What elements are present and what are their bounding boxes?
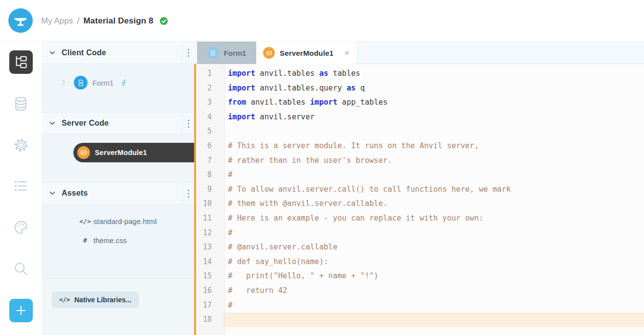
anvil-logo[interactable] [8, 8, 33, 33]
line-number: 6 [194, 139, 224, 154]
nav-bottom-area: </> Native Libraries... [42, 278, 194, 335]
code-line-text[interactable]: # [224, 168, 644, 182]
list-icon [13, 178, 29, 195]
code-line-text[interactable]: # To allow anvil.server.call() to call f… [224, 182, 644, 197]
gear-icon [13, 137, 29, 154]
client-code-items: Form1 [42, 73, 194, 112]
server-code-title: Server Code [62, 119, 109, 128]
kebab-icon [187, 119, 190, 129]
server-module-icon [77, 146, 90, 159]
editor-line: 10# them with @anvil.server.callable. [194, 197, 644, 211]
nav-item-standard-page[interactable]: </> standard-page.html [42, 212, 194, 231]
code-line-text[interactable]: import anvil.server [224, 110, 644, 125]
editor-line: 14# def say_hello(name): [194, 255, 644, 269]
code-line-text[interactable]: # return 42 [224, 284, 644, 298]
logs-button[interactable] [13, 178, 29, 195]
server-code-items: ServerModule1 [42, 143, 194, 182]
hash-file-icon: # [77, 237, 93, 244]
chevron-down-icon[interactable] [49, 120, 56, 127]
code-line-text[interactable]: # [224, 298, 644, 313]
anvil-logo-icon [12, 12, 29, 29]
activity-bar [0, 42, 42, 335]
editor-line: 6# This is a server module. It runs on t… [194, 139, 644, 154]
editor-line: 5 [194, 124, 644, 139]
code-line-text[interactable]: # rather than in the user's browser. [224, 154, 644, 168]
nav-item-form1[interactable]: Form1 [42, 73, 194, 92]
data-tables-button[interactable] [12, 95, 29, 112]
code-line-text[interactable]: # This is a server module. It runs on th… [224, 139, 644, 154]
client-code-menu-button[interactable] [182, 42, 194, 64]
line-number: 7 [194, 154, 224, 168]
form1-label: Form1 [92, 79, 113, 87]
tab-servermodule1-active[interactable]: ServerModule1 × [256, 42, 357, 64]
form-icon [74, 76, 88, 89]
server-module-icon [263, 47, 275, 59]
editor-rows: 1import anvil.tables as tables2import an… [194, 67, 644, 327]
nav-item-theme-css[interactable]: # theme.css [42, 231, 194, 250]
section-header-assets[interactable]: Assets [42, 182, 194, 204]
line-number: 17 [194, 298, 224, 313]
editor-line: 3from anvil.tables import app_tables [194, 95, 644, 110]
assets-items: </> standard-page.html # theme.css [42, 212, 194, 278]
kebab-icon [187, 189, 190, 199]
chevron-down-icon[interactable] [49, 190, 56, 197]
section-header-client-code[interactable]: Client Code [42, 42, 194, 64]
tab-form1-label: Form1 [224, 49, 246, 57]
editor-line: 7# rather than in the user's browser. [194, 154, 644, 168]
line-number: 13 [194, 240, 224, 255]
code-editor[interactable]: 1import anvil.tables as tables2import an… [194, 64, 644, 335]
line-number: 18 [194, 313, 224, 327]
assets-menu-button[interactable] [182, 182, 194, 204]
code-line-text[interactable]: import anvil.tables as tables [224, 67, 644, 81]
code-line-text[interactable] [224, 124, 644, 139]
tab-servermodule1-label: ServerModule1 [280, 49, 333, 57]
code-line-text[interactable]: # Here is an example - you can replace i… [224, 211, 644, 226]
code-line-text[interactable]: # @anvil.server.callable [224, 240, 644, 255]
code-line-text[interactable]: # [224, 226, 644, 241]
server-code-menu-button[interactable] [182, 112, 194, 134]
chevron-down-icon[interactable] [49, 49, 56, 56]
line-number: 14 [194, 255, 224, 269]
chevron-right-icon[interactable] [60, 79, 67, 86]
form-icon [207, 47, 219, 59]
editor-line: 11# Here is an example - you can replace… [194, 211, 644, 226]
add-button[interactable] [9, 299, 33, 322]
editor-line: 17# [194, 298, 644, 313]
settings-button[interactable] [13, 137, 29, 154]
line-number: 15 [194, 269, 224, 284]
native-libraries-button[interactable]: </> Native Libraries... [52, 291, 139, 308]
tab-form1[interactable]: Form1 [197, 42, 256, 64]
breadcrumb-my-apps[interactable]: My Apps [41, 16, 73, 26]
line-number: 9 [194, 182, 224, 197]
app-browser-button[interactable] [9, 50, 33, 74]
code-line-text[interactable] [224, 313, 644, 327]
palette-icon [13, 219, 29, 236]
code-line-text[interactable]: # print("Hello, " + name + "!") [224, 269, 644, 284]
plus-icon [15, 304, 27, 317]
line-number: 16 [194, 284, 224, 298]
code-file-icon: </> [77, 218, 93, 225]
line-number: 4 [194, 110, 224, 125]
standard-page-label: standard-page.html [93, 217, 156, 225]
database-icon [12, 95, 29, 112]
code-line-text[interactable]: # them with @anvil.server.callable. [224, 197, 644, 211]
saved-check-icon [159, 17, 168, 25]
line-number: 5 [194, 124, 224, 139]
breadcrumb: My Apps / Material Design 8 [41, 0, 168, 42]
code-line-text[interactable]: from anvil.tables import app_tables [224, 95, 644, 110]
code-line-text[interactable]: # def say_hello(name): [224, 255, 644, 269]
editor-line: 12# [194, 226, 644, 241]
line-number: 10 [194, 197, 224, 211]
search-button[interactable] [12, 260, 29, 277]
anvil-ide-window: My Apps / Material Design 8 [0, 0, 644, 335]
native-libraries-label: Native Libraries... [74, 296, 132, 304]
bolt-icon[interactable] [120, 78, 128, 88]
close-icon[interactable]: × [344, 49, 349, 57]
tree-icon [13, 54, 29, 70]
code-line-text[interactable]: import anvil.tables.query as q [224, 81, 644, 96]
section-header-server-code[interactable]: Server Code [42, 112, 194, 134]
line-number: 3 [194, 95, 224, 110]
theme-button[interactable] [13, 219, 29, 236]
nav-item-servermodule1-selected[interactable]: ServerModule1 [73, 143, 194, 162]
app-title: Material Design 8 [83, 16, 153, 26]
